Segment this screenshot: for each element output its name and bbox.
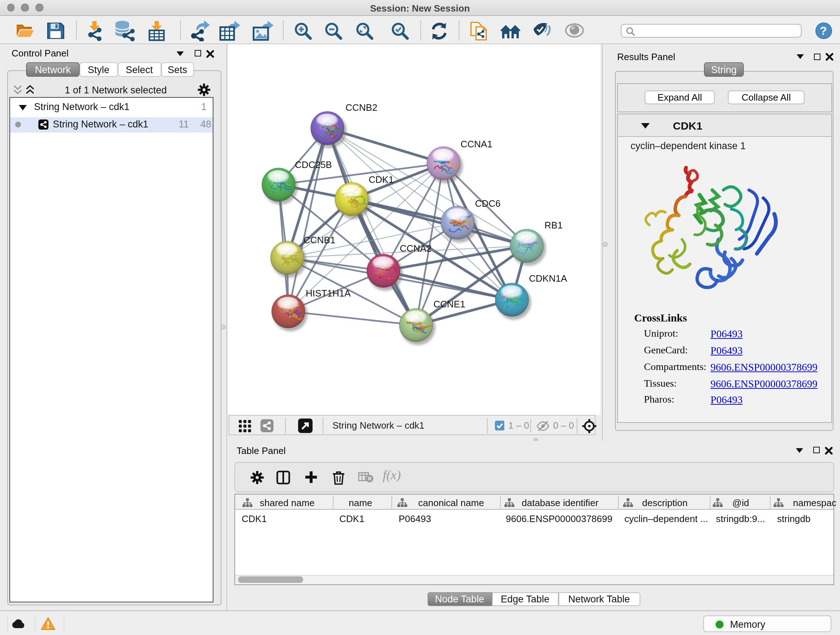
svg-text:CCNB1: CCNB1 <box>303 234 335 245</box>
svg-text:CCNB2: CCNB2 <box>345 102 377 113</box>
svg-text:CDK1: CDK1 <box>368 174 393 185</box>
svg-text:CCNE1: CCNE1 <box>433 299 465 310</box>
svg-text:CDC6: CDC6 <box>475 198 500 209</box>
svg-text:HIST1H1A: HIST1H1A <box>305 288 351 299</box>
svg-text:CDKN1A: CDKN1A <box>529 273 567 284</box>
svg-text:CCNA1: CCNA1 <box>460 139 492 149</box>
svg-text:RB1: RB1 <box>544 220 562 231</box>
svg-text:CCNA2: CCNA2 <box>399 243 431 254</box>
svg-text:CDC25B: CDC25B <box>294 159 332 170</box>
